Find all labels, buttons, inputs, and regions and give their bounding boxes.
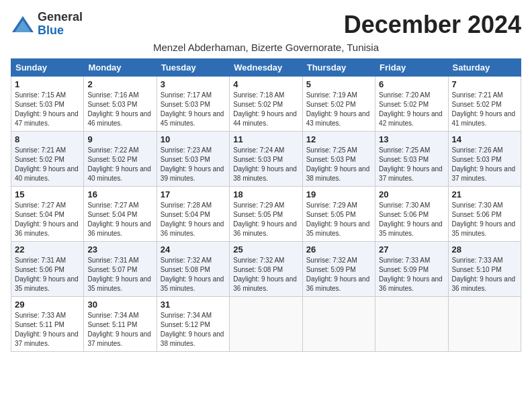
- day-info: Sunrise: 7:31 AM Sunset: 5:06 PM Dayligh…: [15, 256, 80, 293]
- sunrise: Sunrise: 7:34 AM: [161, 312, 212, 319]
- calendar-week-3: 15 Sunrise: 7:27 AM Sunset: 5:04 PM Dayl…: [11, 187, 521, 242]
- sunset: Sunset: 5:04 PM: [161, 211, 210, 218]
- daylight: Daylight: 9 hours and 36 minutes.: [87, 220, 151, 237]
- day-info: Sunrise: 7:29 AM Sunset: 5:05 PM Dayligh…: [233, 201, 298, 238]
- day-info: Sunrise: 7:32 AM Sunset: 5:09 PM Dayligh…: [306, 256, 371, 293]
- calendar-week-5: 29 Sunrise: 7:33 AM Sunset: 5:11 PM Dayl…: [11, 297, 521, 352]
- sunset: Sunset: 5:02 PM: [233, 101, 283, 108]
- day-number: 15: [15, 189, 80, 199]
- daylight: Daylight: 9 hours and 36 minutes.: [306, 275, 370, 292]
- day-number: 13: [379, 134, 444, 144]
- day-number: 6: [379, 79, 444, 89]
- day-number: 14: [452, 134, 517, 144]
- sunset: Sunset: 5:03 PM: [161, 101, 210, 108]
- calendar-cell: 11 Sunrise: 7:24 AM Sunset: 5:03 PM Dayl…: [230, 132, 302, 187]
- calendar-cell: [375, 297, 448, 352]
- daylight: Daylight: 9 hours and 35 minutes.: [379, 220, 443, 237]
- sunset: Sunset: 5:04 PM: [15, 211, 64, 218]
- daylight: Daylight: 9 hours and 38 minutes.: [233, 165, 297, 182]
- day-number: 4: [233, 79, 298, 89]
- sunrise: Sunrise: 7:15 AM: [15, 91, 66, 99]
- daylight: Daylight: 9 hours and 35 minutes.: [87, 275, 151, 292]
- page-wrapper: General Blue December 2024 Menzel Abderh…: [11, 11, 521, 352]
- day-info: Sunrise: 7:27 AM Sunset: 5:04 PM Dayligh…: [15, 201, 80, 238]
- sunset: Sunset: 5:07 PM: [87, 266, 137, 273]
- subtitle: Menzel Abderhaman, Bizerte Governorate, …: [11, 42, 521, 53]
- daylight: Daylight: 9 hours and 35 minutes.: [161, 275, 224, 292]
- day-info: Sunrise: 7:20 AM Sunset: 5:02 PM Dayligh…: [379, 91, 444, 128]
- day-info: Sunrise: 7:25 AM Sunset: 5:03 PM Dayligh…: [379, 146, 444, 183]
- calendar-cell: 4 Sunrise: 7:18 AM Sunset: 5:02 PM Dayli…: [230, 77, 302, 132]
- calendar-cell: 15 Sunrise: 7:27 AM Sunset: 5:04 PM Dayl…: [11, 187, 84, 242]
- day-info: Sunrise: 7:33 AM Sunset: 5:09 PM Dayligh…: [379, 256, 444, 293]
- day-number: 23: [87, 244, 152, 255]
- day-info: Sunrise: 7:34 AM Sunset: 5:11 PM Dayligh…: [87, 311, 152, 349]
- daylight: Daylight: 9 hours and 36 minutes.: [379, 275, 443, 292]
- sunrise: Sunrise: 7:33 AM: [452, 257, 503, 264]
- sunset: Sunset: 5:02 PM: [306, 101, 356, 108]
- sunset: Sunset: 5:03 PM: [452, 156, 502, 163]
- day-info: Sunrise: 7:19 AM Sunset: 5:02 PM Dayligh…: [306, 91, 371, 128]
- calendar-cell: 30 Sunrise: 7:34 AM Sunset: 5:11 PM Dayl…: [84, 297, 157, 352]
- sunrise: Sunrise: 7:28 AM: [161, 201, 212, 209]
- calendar-cell: 20 Sunrise: 7:30 AM Sunset: 5:06 PM Dayl…: [375, 187, 448, 242]
- day-info: Sunrise: 7:30 AM Sunset: 5:06 PM Dayligh…: [452, 201, 517, 238]
- daylight: Daylight: 9 hours and 40 minutes.: [87, 165, 151, 182]
- calendar-cell: [230, 297, 302, 352]
- sunrise: Sunrise: 7:21 AM: [15, 146, 66, 154]
- daylight: Daylight: 9 hours and 44 minutes.: [233, 110, 297, 127]
- sunrise: Sunrise: 7:18 AM: [233, 91, 284, 99]
- sunrise: Sunrise: 7:20 AM: [379, 91, 430, 99]
- header-sunday: Sunday: [11, 59, 84, 77]
- day-number: 5: [306, 79, 371, 89]
- calendar-cell: 29 Sunrise: 7:33 AM Sunset: 5:11 PM Dayl…: [11, 297, 84, 352]
- calendar-cell: 25 Sunrise: 7:32 AM Sunset: 5:08 PM Dayl…: [230, 242, 302, 297]
- day-number: 16: [87, 189, 152, 199]
- calendar-cell: 19 Sunrise: 7:29 AM Sunset: 5:05 PM Dayl…: [302, 187, 375, 242]
- sunset: Sunset: 5:04 PM: [87, 211, 137, 218]
- day-number: 29: [15, 300, 80, 310]
- month-title: December 2024: [344, 11, 521, 39]
- day-info: Sunrise: 7:22 AM Sunset: 5:02 PM Dayligh…: [87, 146, 152, 183]
- day-info: Sunrise: 7:28 AM Sunset: 5:04 PM Dayligh…: [161, 201, 226, 238]
- logo-general: General: [38, 10, 83, 24]
- calendar-table: Sunday Monday Tuesday Wednesday Thursday…: [11, 58, 521, 352]
- day-number: 12: [306, 134, 371, 144]
- sunset: Sunset: 5:11 PM: [15, 321, 64, 328]
- calendar-cell: 22 Sunrise: 7:31 AM Sunset: 5:06 PM Dayl…: [11, 242, 84, 297]
- calendar-week-4: 22 Sunrise: 7:31 AM Sunset: 5:06 PM Dayl…: [11, 242, 521, 297]
- day-info: Sunrise: 7:27 AM Sunset: 5:04 PM Dayligh…: [87, 201, 152, 238]
- day-number: 9: [87, 134, 152, 144]
- header: General Blue December 2024: [11, 11, 521, 39]
- daylight: Daylight: 9 hours and 38 minutes.: [161, 330, 224, 347]
- header-wednesday: Wednesday: [230, 59, 302, 77]
- calendar-cell: [448, 297, 521, 352]
- sunrise: Sunrise: 7:27 AM: [15, 201, 66, 209]
- sunrise: Sunrise: 7:23 AM: [161, 146, 212, 154]
- daylight: Daylight: 9 hours and 39 minutes.: [161, 165, 224, 182]
- sunset: Sunset: 5:09 PM: [306, 266, 356, 273]
- sunset: Sunset: 5:06 PM: [15, 266, 64, 273]
- sunset: Sunset: 5:02 PM: [379, 101, 429, 108]
- daylight: Daylight: 9 hours and 37 minutes.: [452, 165, 516, 182]
- sunrise: Sunrise: 7:34 AM: [87, 312, 138, 319]
- sunrise: Sunrise: 7:33 AM: [15, 312, 66, 319]
- sunset: Sunset: 5:12 PM: [161, 321, 210, 328]
- daylight: Daylight: 9 hours and 37 minutes.: [379, 165, 443, 182]
- sunset: Sunset: 5:02 PM: [87, 156, 137, 163]
- day-number: 3: [161, 79, 226, 89]
- daylight: Daylight: 9 hours and 37 minutes.: [15, 330, 79, 347]
- daylight: Daylight: 9 hours and 36 minutes.: [452, 275, 516, 292]
- sunset: Sunset: 5:06 PM: [379, 211, 429, 218]
- daylight: Daylight: 9 hours and 42 minutes.: [379, 110, 443, 127]
- calendar-cell: [302, 297, 375, 352]
- logo-text: General Blue: [38, 11, 83, 38]
- sunrise: Sunrise: 7:22 AM: [87, 146, 138, 154]
- calendar-cell: 18 Sunrise: 7:29 AM Sunset: 5:05 PM Dayl…: [230, 187, 302, 242]
- calendar-cell: 26 Sunrise: 7:32 AM Sunset: 5:09 PM Dayl…: [302, 242, 375, 297]
- sunset: Sunset: 5:11 PM: [87, 321, 137, 328]
- sunrise: Sunrise: 7:24 AM: [233, 146, 284, 154]
- day-number: 25: [233, 244, 298, 255]
- day-info: Sunrise: 7:34 AM Sunset: 5:12 PM Dayligh…: [161, 311, 226, 349]
- calendar-cell: 1 Sunrise: 7:15 AM Sunset: 5:03 PM Dayli…: [11, 77, 84, 132]
